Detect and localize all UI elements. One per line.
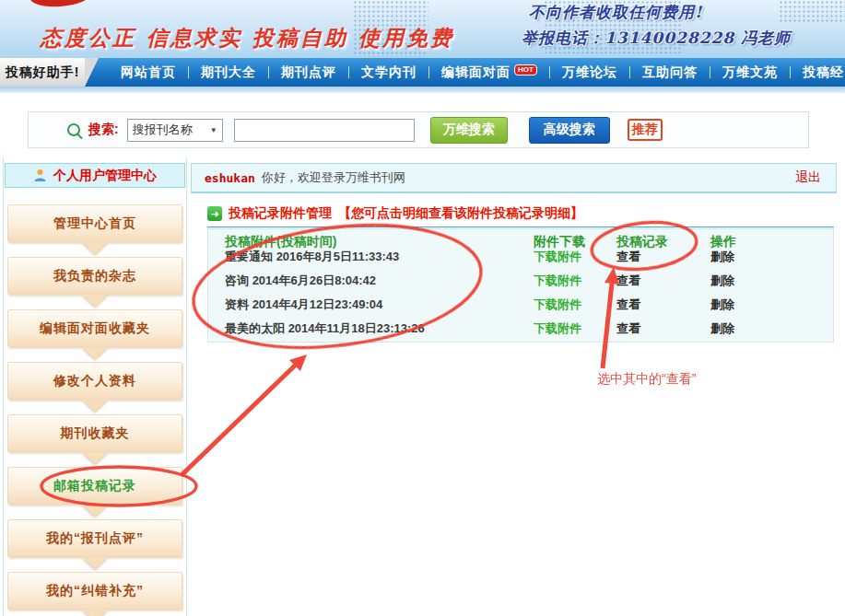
chevron-down-icon (82, 557, 108, 569)
nav-item-experience[interactable]: 投稿经 (791, 64, 845, 81)
nav-item-reviews[interactable]: 期刊点评 (269, 64, 348, 81)
view-link[interactable]: 查看 (616, 273, 640, 289)
nav-links: 网站首页 期刊大全 期刊点评 文学内刊 编辑面对面HOT 万维论坛 互助问答 万… (109, 58, 845, 87)
advanced-search-button[interactable]: 高级搜索 (529, 117, 610, 144)
fee-notice: 不向作者收取任何费用! (529, 2, 702, 23)
nav-item-journals[interactable]: 期刊大全 (189, 64, 268, 81)
annotation-instruction-text: 选中其中的“查看” (597, 371, 696, 388)
search-label: 搜索: (88, 122, 119, 138)
green-arrow-icon (207, 206, 222, 221)
sidebar-item-my-journal-reviews[interactable]: 我的“报刊点评” (7, 519, 182, 569)
delete-link[interactable]: 删除 (710, 273, 734, 289)
chevron-down-icon (82, 505, 108, 517)
site-logo (29, 0, 89, 8)
nav-item-editor-face[interactable]: 编辑面对面HOT (429, 64, 549, 81)
nav-item-home[interactable]: 网站首页 (109, 64, 188, 81)
table-row-name-time: 重要通知 2016年8月5日11:33:43 (225, 249, 399, 265)
attachments-table: 投稿附件(投稿时间) 附件下载 投稿记录 操作 重要通知 2016年8月5日11… (207, 228, 834, 343)
top-banner: 态度公正 信息求实 投稿自助 使用免费 不向作者收取任何费用! 举报电话：131… (0, 0, 845, 58)
table-row-name-time: 咨询 2014年6月26日8:04:42 (225, 273, 376, 289)
hot-badge: HOT (514, 64, 537, 76)
username: eshukan (205, 171, 255, 185)
delete-link[interactable]: 删除 (710, 320, 734, 337)
delete-link[interactable]: 删除 (710, 296, 734, 313)
sidebar-item-my-magazines[interactable]: 我负责的杂志 (7, 257, 182, 307)
section-divider (207, 227, 834, 227)
download-link[interactable]: 下载附件 (534, 320, 581, 337)
greeting-bar: eshukan 你好，欢迎登录万维书刊网 退出 (191, 163, 837, 193)
sidebar-item-editor-favorites[interactable]: 编辑面对面收藏夹 (7, 309, 182, 359)
search-category-select[interactable]: 搜报刊名称 ▼ (127, 119, 223, 142)
chevron-down-icon (82, 610, 108, 616)
sidebar-item-mail-submission-records[interactable]: 邮箱投稿记录 (7, 467, 182, 517)
main-navbar: 投稿好助手! 网站首页 期刊大全 期刊点评 文学内刊 编辑面对面HOT 万维论坛… (0, 58, 845, 87)
recommend-badge[interactable]: 推荐 (628, 119, 663, 141)
greeting-message: 你好，欢迎登录万维书刊网 (262, 169, 405, 186)
sidebar-title-label: 个人用户管理中心 (53, 168, 157, 184)
worldmap-dots (779, 0, 845, 22)
view-link[interactable]: 查看 (616, 320, 640, 337)
sidebar-menu: 管理中心首页 我负责的杂志 编辑面对面收藏夹 修改个人资料 期刊收藏夹 邮箱投稿… (7, 204, 182, 616)
nav-item-forum[interactable]: 万维论坛 (550, 64, 629, 81)
annotation-arrowhead (289, 354, 307, 371)
navbar-bottom-strip (0, 87, 845, 93)
nav-item-qa[interactable]: 互助问答 (630, 64, 710, 81)
search-bar: 搜索: 搜报刊名称 ▼ 万维搜索 高级搜索 推荐 (28, 111, 809, 148)
chevron-down-icon (82, 400, 108, 412)
view-link[interactable]: 查看 (616, 296, 640, 313)
delete-link[interactable]: 删除 (710, 249, 734, 265)
chevron-down-icon (82, 242, 108, 254)
section-header: 投稿记录附件管理 【您可点击明细查看该附件投稿记录明细】 (207, 205, 837, 222)
main-content: eshukan 你好，欢迎登录万维书刊网 退出 投稿记录附件管理 【您可点击明细… (191, 163, 837, 343)
chevron-down-icon (82, 452, 108, 464)
view-link[interactable]: 查看 (616, 249, 640, 265)
sidebar-item-journal-favorites[interactable]: 期刊收藏夹 (7, 414, 182, 464)
chevron-down-icon (82, 295, 108, 307)
user-icon (33, 169, 47, 182)
sidebar-title: 个人用户管理中心 (5, 163, 185, 188)
table-row-name-time: 最美的太阳 2014年11月18日23:13:26 (225, 320, 425, 337)
tab-submission-helper[interactable]: 投稿好助手! (0, 58, 85, 87)
search-icon (67, 123, 80, 136)
search-category-value: 搜报刊名称 (133, 122, 193, 138)
chevron-down-icon (82, 347, 108, 359)
sidebar-item-my-corrections[interactable]: 我的“纠错补充” (7, 572, 182, 616)
annotation-arrow-diagonal (182, 365, 296, 475)
sidebar-item-manage-home[interactable]: 管理中心首页 (7, 204, 182, 254)
section-title: 投稿记录附件管理 (229, 205, 332, 222)
section-hint: 【您可点击明细查看该附件投稿记录明细】 (338, 205, 583, 222)
table-row-name-time: 资料 2014年4月12日23:49:04 (225, 296, 382, 313)
download-link[interactable]: 下载附件 (534, 273, 581, 289)
download-link[interactable]: 下载附件 (534, 296, 581, 313)
report-phone: 举报电话：13140028228 冯老师 (522, 28, 791, 49)
chevron-down-icon: ▼ (210, 126, 217, 134)
site-slogan: 态度公正 信息求实 投稿自助 使用免费 (41, 24, 454, 52)
nav-item-literature[interactable]: 文学内刊 (349, 64, 428, 81)
search-input[interactable] (234, 119, 415, 142)
nav-item-garden[interactable]: 万维文苑 (710, 64, 790, 81)
logout-link[interactable]: 退出 (795, 169, 821, 186)
download-link[interactable]: 下载附件 (534, 249, 581, 265)
sidebar-item-edit-profile[interactable]: 修改个人资料 (7, 362, 182, 412)
search-button[interactable]: 万维搜索 (430, 117, 508, 144)
